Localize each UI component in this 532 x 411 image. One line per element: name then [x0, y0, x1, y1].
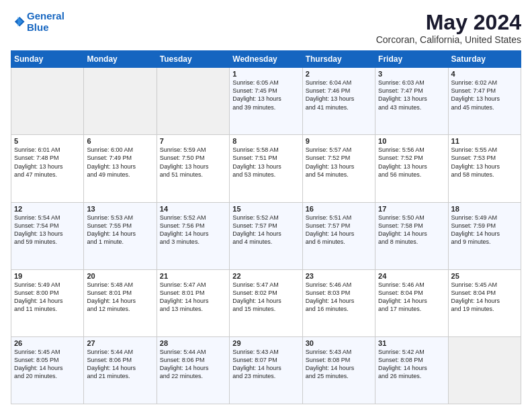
day-info: Sunrise: 6:03 AM Sunset: 7:47 PM Dayligh… — [378, 79, 445, 111]
calendar-cell: 6Sunrise: 6:00 AM Sunset: 7:49 PM Daylig… — [84, 135, 157, 202]
day-number: 4 — [451, 70, 518, 78]
day-info: Sunrise: 5:59 AM Sunset: 7:50 PM Dayligh… — [160, 146, 226, 179]
calendar-cell: 23Sunrise: 5:46 AM Sunset: 8:03 PM Dayli… — [302, 269, 375, 336]
day-info: Sunrise: 5:43 AM Sunset: 8:08 PM Dayligh… — [306, 348, 372, 381]
subtitle: Corcoran, California, United States — [376, 34, 521, 45]
day-number: 7 — [160, 137, 226, 145]
calendar-header-thursday: Thursday — [302, 51, 375, 68]
day-number: 18 — [451, 205, 518, 213]
day-info: Sunrise: 5:56 AM Sunset: 7:52 PM Dayligh… — [378, 146, 445, 179]
calendar-cell: 24Sunrise: 5:46 AM Sunset: 8:04 PM Dayli… — [375, 269, 448, 336]
calendar-header-wednesday: Wednesday — [230, 51, 302, 68]
calendar-cell — [11, 68, 84, 135]
header: General Blue May 2024 Corcoran, Californ… — [11, 11, 521, 45]
day-info: Sunrise: 5:54 AM Sunset: 7:54 PM Dayligh… — [14, 214, 81, 246]
day-info: Sunrise: 5:50 AM Sunset: 7:58 PM Dayligh… — [378, 214, 445, 246]
calendar-cell: 20Sunrise: 5:48 AM Sunset: 8:01 PM Dayli… — [84, 269, 157, 336]
calendar-cell: 15Sunrise: 5:52 AM Sunset: 7:57 PM Dayli… — [230, 202, 302, 269]
day-info: Sunrise: 5:45 AM Sunset: 8:05 PM Dayligh… — [14, 348, 81, 381]
day-info: Sunrise: 5:51 AM Sunset: 7:57 PM Dayligh… — [306, 214, 372, 246]
day-number: 6 — [87, 137, 153, 145]
calendar-header-sunday: Sunday — [11, 51, 84, 68]
day-info: Sunrise: 5:46 AM Sunset: 8:03 PM Dayligh… — [306, 281, 372, 314]
day-number: 31 — [378, 339, 445, 347]
calendar-cell: 18Sunrise: 5:49 AM Sunset: 7:59 PM Dayli… — [448, 202, 521, 269]
calendar-cell: 7Sunrise: 5:59 AM Sunset: 7:50 PM Daylig… — [157, 135, 229, 202]
calendar-header-tuesday: Tuesday — [157, 51, 229, 68]
calendar-cell: 27Sunrise: 5:44 AM Sunset: 8:06 PM Dayli… — [84, 336, 157, 404]
calendar-cell: 28Sunrise: 5:44 AM Sunset: 8:06 PM Dayli… — [157, 336, 229, 404]
day-number: 2 — [306, 70, 372, 78]
calendar-cell: 30Sunrise: 5:43 AM Sunset: 8:08 PM Dayli… — [302, 336, 375, 404]
day-number: 23 — [306, 272, 372, 280]
day-info: Sunrise: 6:04 AM Sunset: 7:46 PM Dayligh… — [306, 79, 372, 111]
day-number: 10 — [378, 137, 445, 145]
calendar-week-2: 5Sunrise: 6:01 AM Sunset: 7:48 PM Daylig… — [11, 135, 521, 202]
day-info: Sunrise: 5:48 AM Sunset: 8:01 PM Dayligh… — [87, 281, 153, 314]
calendar-week-4: 19Sunrise: 5:49 AM Sunset: 8:00 PM Dayli… — [11, 269, 521, 336]
day-info: Sunrise: 6:02 AM Sunset: 7:47 PM Dayligh… — [451, 79, 518, 111]
calendar-cell: 31Sunrise: 5:42 AM Sunset: 8:08 PM Dayli… — [375, 336, 448, 404]
day-info: Sunrise: 5:47 AM Sunset: 8:02 PM Dayligh… — [232, 281, 299, 314]
calendar-cell: 22Sunrise: 5:47 AM Sunset: 8:02 PM Dayli… — [230, 269, 302, 336]
main-title: May 2024 — [376, 11, 521, 34]
day-number: 9 — [306, 137, 372, 145]
day-info: Sunrise: 5:47 AM Sunset: 8:01 PM Dayligh… — [160, 281, 226, 314]
calendar-cell: 16Sunrise: 5:51 AM Sunset: 7:57 PM Dayli… — [302, 202, 375, 269]
day-number: 15 — [232, 205, 299, 213]
calendar-cell: 5Sunrise: 6:01 AM Sunset: 7:48 PM Daylig… — [11, 135, 84, 202]
day-number: 13 — [87, 205, 153, 213]
day-info: Sunrise: 5:44 AM Sunset: 8:06 PM Dayligh… — [160, 348, 226, 381]
calendar-cell: 1Sunrise: 6:05 AM Sunset: 7:45 PM Daylig… — [230, 68, 302, 135]
day-info: Sunrise: 6:01 AM Sunset: 7:48 PM Dayligh… — [14, 146, 81, 179]
logo: General Blue — [11, 11, 64, 33]
calendar-cell: 17Sunrise: 5:50 AM Sunset: 7:58 PM Dayli… — [375, 202, 448, 269]
day-number: 12 — [14, 205, 81, 213]
calendar-week-1: 1Sunrise: 6:05 AM Sunset: 7:45 PM Daylig… — [11, 68, 521, 135]
calendar-cell: 14Sunrise: 5:52 AM Sunset: 7:56 PM Dayli… — [157, 202, 229, 269]
calendar-cell: 21Sunrise: 5:47 AM Sunset: 8:01 PM Dayli… — [157, 269, 229, 336]
calendar-cell: 19Sunrise: 5:49 AM Sunset: 8:00 PM Dayli… — [11, 269, 84, 336]
calendar-cell: 2Sunrise: 6:04 AM Sunset: 7:46 PM Daylig… — [302, 68, 375, 135]
title-block: May 2024 Corcoran, California, United St… — [376, 11, 521, 45]
logo-text: General Blue — [27, 11, 64, 33]
logo-icon — [11, 15, 26, 30]
day-number: 20 — [87, 272, 153, 280]
calendar-cell: 4Sunrise: 6:02 AM Sunset: 7:47 PM Daylig… — [448, 68, 521, 135]
calendar-cell: 8Sunrise: 5:58 AM Sunset: 7:51 PM Daylig… — [230, 135, 302, 202]
calendar-week-5: 26Sunrise: 5:45 AM Sunset: 8:05 PM Dayli… — [11, 336, 521, 404]
day-number: 25 — [451, 272, 518, 280]
calendar-cell: 26Sunrise: 5:45 AM Sunset: 8:05 PM Dayli… — [11, 336, 84, 404]
day-number: 17 — [378, 205, 445, 213]
day-number: 29 — [232, 339, 299, 347]
calendar-week-3: 12Sunrise: 5:54 AM Sunset: 7:54 PM Dayli… — [11, 202, 521, 269]
calendar-header-friday: Friday — [375, 51, 448, 68]
day-number: 30 — [306, 339, 372, 347]
calendar-cell — [448, 336, 521, 404]
day-info: Sunrise: 6:00 AM Sunset: 7:49 PM Dayligh… — [87, 146, 153, 179]
day-number: 8 — [232, 137, 299, 145]
day-number: 5 — [14, 137, 81, 145]
day-info: Sunrise: 5:52 AM Sunset: 7:56 PM Dayligh… — [160, 214, 226, 246]
day-number: 28 — [160, 339, 226, 347]
day-info: Sunrise: 5:55 AM Sunset: 7:53 PM Dayligh… — [451, 146, 518, 179]
day-number: 26 — [14, 339, 81, 347]
day-info: Sunrise: 5:53 AM Sunset: 7:55 PM Dayligh… — [87, 214, 153, 246]
day-number: 21 — [160, 272, 226, 280]
day-info: Sunrise: 5:57 AM Sunset: 7:52 PM Dayligh… — [306, 146, 372, 179]
calendar-cell — [157, 68, 229, 135]
day-info: Sunrise: 5:49 AM Sunset: 7:59 PM Dayligh… — [451, 214, 518, 246]
day-info: Sunrise: 5:42 AM Sunset: 8:08 PM Dayligh… — [378, 348, 445, 381]
calendar-table: SundayMondayTuesdayWednesdayThursdayFrid… — [11, 50, 521, 404]
calendar-cell: 13Sunrise: 5:53 AM Sunset: 7:55 PM Dayli… — [84, 202, 157, 269]
logo-blue: Blue — [27, 21, 49, 33]
logo-general: General — [27, 10, 64, 21]
calendar-cell: 10Sunrise: 5:56 AM Sunset: 7:52 PM Dayli… — [375, 135, 448, 202]
day-info: Sunrise: 6:05 AM Sunset: 7:45 PM Dayligh… — [232, 79, 299, 111]
day-number: 22 — [232, 272, 299, 280]
calendar-cell: 9Sunrise: 5:57 AM Sunset: 7:52 PM Daylig… — [302, 135, 375, 202]
day-info: Sunrise: 5:58 AM Sunset: 7:51 PM Dayligh… — [232, 146, 299, 179]
day-number: 16 — [306, 205, 372, 213]
day-info: Sunrise: 5:44 AM Sunset: 8:06 PM Dayligh… — [87, 348, 153, 381]
day-number: 27 — [87, 339, 153, 347]
